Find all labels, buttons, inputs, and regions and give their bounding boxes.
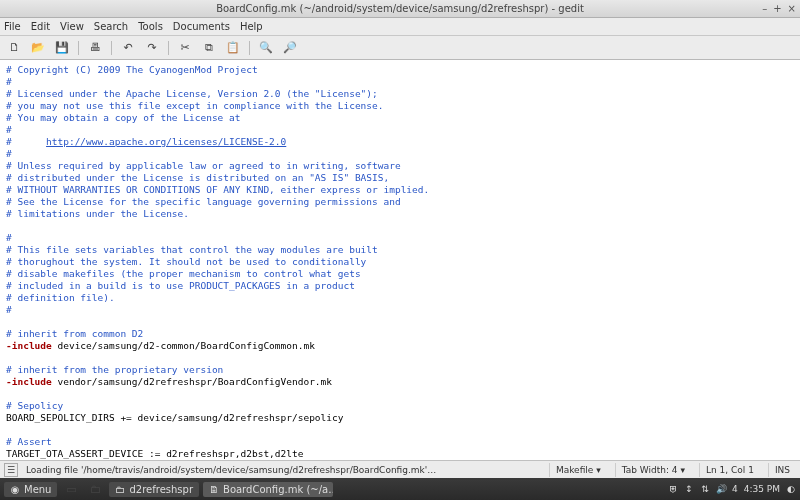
- code-line: device/samsung/d2-common/BoardConfigComm…: [52, 340, 315, 351]
- code-keyword: -include: [6, 376, 52, 387]
- copy-icon[interactable]: ⧉: [199, 39, 219, 57]
- side-panel-toggle-icon[interactable]: ☰: [4, 463, 18, 477]
- code-line: # Copyright (C) 2009 The CyanogenMod Pro…: [6, 64, 258, 75]
- cursor-position: Ln 1, Col 1: [699, 463, 760, 477]
- menu-edit[interactable]: Edit: [31, 21, 50, 32]
- insert-mode[interactable]: INS: [768, 463, 796, 477]
- separator: [249, 41, 250, 55]
- code-line: # inherit from common D2: [6, 328, 143, 339]
- language-selector[interactable]: Makefile ▾: [549, 463, 607, 477]
- cut-icon[interactable]: ✂: [175, 39, 195, 57]
- code-line: # You may obtain a copy of the License a…: [6, 112, 241, 123]
- paste-icon[interactable]: 📋: [223, 39, 243, 57]
- code-line: BOARD_SEPOLICY_DIRS += device/samsung/d2…: [6, 412, 343, 423]
- task-label: d2refreshspr: [129, 484, 193, 495]
- show-desktop-icon[interactable]: ▭: [61, 480, 81, 498]
- save-file-icon[interactable]: 💾: [52, 39, 72, 57]
- tray-icon[interactable]: ⛨: [668, 484, 678, 494]
- code-line: #: [6, 232, 12, 243]
- task-label: BoardConfig.mk (~/a…: [223, 484, 333, 495]
- code-line: # disable makefiles (the proper mechanis…: [6, 268, 361, 279]
- license-url-link[interactable]: http://www.apache.org/licenses/LICENSE-2…: [46, 136, 286, 147]
- window-title: BoardConfig.mk (~/android/system/device/…: [216, 3, 584, 14]
- separator: [168, 41, 169, 55]
- tray-icon[interactable]: ↕: [684, 484, 694, 494]
- start-menu-button[interactable]: ◉ Menu: [4, 482, 57, 497]
- code-line: vendor/samsung/d2refreshspr/BoardConfigV…: [52, 376, 332, 387]
- network-icon[interactable]: ⇅: [700, 484, 710, 494]
- menu-file[interactable]: File: [4, 21, 21, 32]
- code-line: # definition file).: [6, 292, 115, 303]
- clock[interactable]: 4:35 PM: [744, 484, 780, 494]
- minimize-button[interactable]: –: [762, 3, 767, 14]
- code-line: #: [6, 124, 12, 135]
- code-line: # WITHOUT WARRANTIES OR CONDITIONS OF AN…: [6, 184, 429, 195]
- replace-icon[interactable]: 🔎: [280, 39, 300, 57]
- taskbar-item-filemanager[interactable]: 🗀 d2refreshspr: [109, 482, 199, 497]
- code-line: #: [6, 148, 12, 159]
- menu-view[interactable]: View: [60, 21, 84, 32]
- undo-icon[interactable]: ↶: [118, 39, 138, 57]
- file-manager-icon[interactable]: 🗀: [85, 480, 105, 498]
- gedit-icon: 🗎: [209, 484, 219, 495]
- code-line: # Licensed under the Apache License, Ver…: [6, 88, 378, 99]
- code-line: # included in a build is to use PRODUCT_…: [6, 280, 355, 291]
- system-tray: ⛨ ↕ ⇅ 🔊 4 4:35 PM ◐: [668, 484, 796, 494]
- toolbar: 🗋 📂 💾 🖶 ↶ ↷ ✂ ⧉ 📋 🔍 🔎: [0, 36, 800, 60]
- code-keyword: -include: [6, 340, 52, 351]
- menu-help[interactable]: Help: [240, 21, 263, 32]
- code-line: # you may not use this file except in co…: [6, 100, 384, 111]
- code-line: #: [6, 304, 12, 315]
- window-controls: – + ×: [762, 3, 796, 14]
- code-line: # Sepolicy: [6, 400, 63, 411]
- code-line: #: [6, 136, 46, 147]
- maximize-button[interactable]: +: [773, 3, 781, 14]
- separator: [78, 41, 79, 55]
- code-line: TARGET_OTA_ASSERT_DEVICE := d2refreshspr…: [6, 448, 303, 459]
- tab-width-selector[interactable]: Tab Width: 4 ▾: [615, 463, 691, 477]
- code-line: # thorughout the system. It should not b…: [6, 256, 366, 267]
- volume-icon[interactable]: 🔊: [716, 484, 726, 494]
- editor-area[interactable]: # Copyright (C) 2009 The CyanogenMod Pro…: [0, 60, 800, 460]
- code-line: # Assert: [6, 436, 52, 447]
- open-file-icon[interactable]: 📂: [28, 39, 48, 57]
- separator: [111, 41, 112, 55]
- menu-tools[interactable]: Tools: [138, 21, 163, 32]
- menubar: File Edit View Search Tools Documents He…: [0, 18, 800, 36]
- titlebar: BoardConfig.mk (~/android/system/device/…: [0, 0, 800, 18]
- menu-search[interactable]: Search: [94, 21, 128, 32]
- code-line: # This file sets variables that control …: [6, 244, 378, 255]
- taskbar-item-gedit[interactable]: 🗎 BoardConfig.mk (~/a…: [203, 482, 333, 497]
- menu-label: Menu: [24, 484, 51, 495]
- code-line: # limitations under the License.: [6, 208, 189, 219]
- code-line: #: [6, 76, 12, 87]
- workspace-indicator[interactable]: 4: [732, 484, 738, 494]
- new-file-icon[interactable]: 🗋: [4, 39, 24, 57]
- close-button[interactable]: ×: [788, 3, 796, 14]
- user-icon[interactable]: ◐: [786, 484, 796, 494]
- print-icon[interactable]: 🖶: [85, 39, 105, 57]
- menu-documents[interactable]: Documents: [173, 21, 230, 32]
- statusbar: ☰ Loading file '/home/travis/android/sys…: [0, 460, 800, 478]
- find-icon[interactable]: 🔍: [256, 39, 276, 57]
- code-line: # inherit from the proprietary version: [6, 364, 223, 375]
- code-line: # Unless required by applicable law or a…: [6, 160, 401, 171]
- folder-icon: 🗀: [115, 484, 125, 495]
- redo-icon[interactable]: ↷: [142, 39, 162, 57]
- status-message: Loading file '/home/travis/android/syste…: [26, 465, 436, 475]
- desktop-taskbar: ◉ Menu ▭ 🗀 🗀 d2refreshspr 🗎 BoardConfig.…: [0, 478, 800, 500]
- code-line: # distributed under the License is distr…: [6, 172, 389, 183]
- code-line: # See the License for the specific langu…: [6, 196, 401, 207]
- mint-menu-icon: ◉: [10, 484, 20, 495]
